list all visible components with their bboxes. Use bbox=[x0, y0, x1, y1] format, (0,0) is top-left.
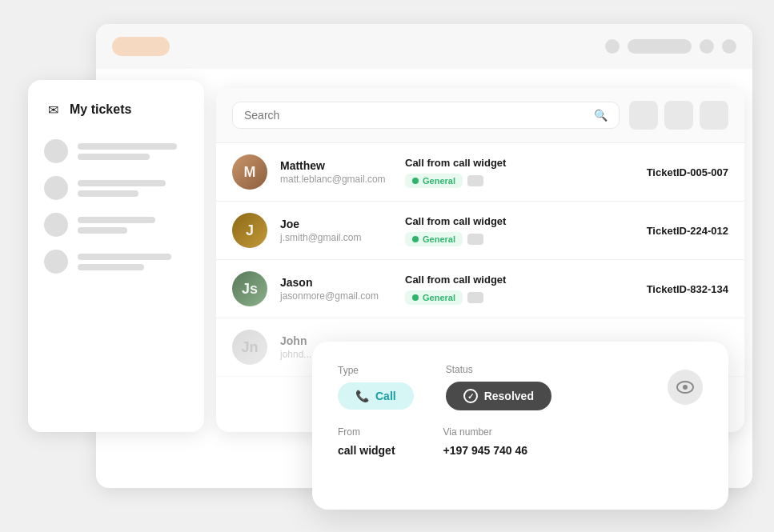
user-info-joe: Joe j.smith@gmail.com bbox=[280, 218, 392, 243]
via-value: +197 945 740 46 bbox=[443, 444, 528, 457]
sidebar-list-item-2[interactable] bbox=[44, 176, 188, 200]
tag-dot bbox=[412, 294, 419, 301]
ticket-name: Jason bbox=[280, 276, 392, 289]
avatar-matthew: M bbox=[232, 154, 267, 190]
search-input-wrap[interactable]: 🔍 bbox=[232, 102, 620, 129]
svg-point-1 bbox=[683, 385, 688, 390]
tag-extra bbox=[467, 292, 483, 303]
sidebar-card: ✉ My tickets bbox=[28, 80, 204, 432]
ticket-subject: Call from call widget bbox=[405, 215, 612, 227]
resolved-label: Resolved bbox=[484, 390, 534, 402]
tag-label: General bbox=[423, 234, 455, 244]
topbar-pill bbox=[112, 37, 170, 56]
avatar-face: Js bbox=[232, 271, 267, 306]
ticket-tags: General bbox=[405, 290, 612, 305]
tag-general: General bbox=[405, 232, 463, 246]
ticket-email: matt.leblanc@gmail.com bbox=[280, 174, 392, 185]
search-input[interactable] bbox=[244, 109, 588, 122]
ticket-id: TicketID-224-012 bbox=[624, 225, 728, 237]
sidebar-line bbox=[78, 143, 177, 150]
avatar-face: M bbox=[232, 154, 267, 190]
tag-general: General bbox=[405, 174, 463, 188]
ticket-middle-jason: Call from call widget General bbox=[405, 274, 612, 305]
ticket-middle-joe: Call from call widget General bbox=[405, 215, 612, 246]
mail-icon: ✉ bbox=[44, 102, 62, 117]
ticket-email: j.smith@gmail.com bbox=[280, 232, 392, 243]
sidebar-header: ✉ My tickets bbox=[44, 102, 188, 117]
sidebar-lines-3 bbox=[78, 217, 188, 234]
check-icon: ✓ bbox=[463, 389, 478, 403]
sidebar-lines-1 bbox=[78, 143, 188, 160]
sidebar-line bbox=[78, 154, 150, 160]
ticket-id: TicketID-005-007 bbox=[624, 166, 728, 178]
ticket-row[interactable]: Js Jason jasonmore@gmail.com Call from c… bbox=[216, 260, 744, 318]
search-btn-group bbox=[629, 101, 728, 130]
eye-icon[interactable] bbox=[668, 370, 703, 405]
detail-via-field: Via number +197 945 740 46 bbox=[443, 426, 528, 457]
ticket-email: jasonmore@gmail.com bbox=[280, 290, 392, 302]
via-label: Via number bbox=[443, 426, 528, 438]
from-value: call widget bbox=[338, 444, 395, 457]
sidebar-title: My tickets bbox=[70, 102, 131, 117]
tag-general: General bbox=[405, 290, 463, 305]
ticket-name: Joe bbox=[280, 218, 392, 230]
tag-label: General bbox=[423, 293, 455, 302]
sidebar-lines-4 bbox=[78, 254, 188, 270]
avatar-face: Jn bbox=[232, 330, 267, 365]
status-label: Status bbox=[446, 364, 551, 375]
ticket-tags: General bbox=[405, 174, 612, 188]
sidebar-line bbox=[78, 227, 127, 234]
type-label: Type bbox=[338, 365, 414, 376]
ticket-name: Matthew bbox=[280, 159, 392, 172]
filter-btn-3[interactable] bbox=[700, 101, 728, 130]
ticket-row[interactable]: J Joe j.smith@gmail.com Call from call w… bbox=[216, 202, 744, 260]
sidebar-list-item-3[interactable] bbox=[44, 213, 188, 237]
from-label: From bbox=[338, 426, 395, 438]
filter-btn-2[interactable] bbox=[664, 101, 693, 130]
ticket-subject: Call from call widget bbox=[405, 274, 612, 286]
tag-label: General bbox=[423, 176, 455, 186]
tag-dot bbox=[412, 236, 419, 242]
sidebar-line bbox=[78, 254, 171, 260]
sidebar-line bbox=[78, 180, 166, 186]
sidebar-line bbox=[78, 190, 138, 197]
detail-from-via-row: From call widget Via number +197 945 740… bbox=[338, 426, 703, 457]
ticket-id: TicketID-832-134 bbox=[624, 283, 728, 295]
detail-type-status-row: Type 📞 Call Status ✓ Resolved bbox=[338, 364, 703, 410]
avatar-joe: J bbox=[232, 213, 267, 248]
sidebar-avatar-1 bbox=[44, 139, 68, 163]
sidebar-line bbox=[78, 217, 155, 223]
avatar-face: J bbox=[232, 213, 267, 248]
avatar-john: Jn bbox=[232, 330, 267, 365]
topbar-pill-sm bbox=[628, 39, 692, 54]
tag-extra bbox=[467, 175, 483, 186]
sidebar-avatar-2 bbox=[44, 176, 68, 200]
ticket-subject: Call from call widget bbox=[405, 157, 612, 169]
sidebar-avatar-3 bbox=[44, 213, 68, 237]
sidebar-lines-2 bbox=[78, 180, 188, 197]
tag-dot bbox=[412, 178, 419, 184]
search-bar: 🔍 bbox=[216, 88, 744, 143]
user-info-matthew: Matthew matt.leblanc@gmail.com bbox=[280, 159, 392, 185]
tag-extra bbox=[467, 234, 483, 245]
detail-status-field: Status ✓ Resolved bbox=[446, 364, 551, 410]
sidebar-avatar-4 bbox=[44, 250, 68, 274]
topbar-dot-2 bbox=[700, 39, 714, 54]
call-type-button[interactable]: 📞 Call bbox=[338, 382, 414, 410]
ticket-tags: General bbox=[405, 232, 612, 246]
avatar-jason: Js bbox=[232, 271, 267, 306]
topbar-dot-1 bbox=[605, 39, 620, 54]
phone-icon: 📞 bbox=[355, 390, 369, 402]
detail-from-field: From call widget bbox=[338, 426, 395, 457]
search-icon: 🔍 bbox=[594, 109, 608, 122]
ticket-row[interactable]: M Matthew matt.leblanc@gmail.com Call fr… bbox=[216, 143, 744, 202]
resolved-status-button[interactable]: ✓ Resolved bbox=[446, 382, 551, 410]
detail-card: Type 📞 Call Status ✓ Resolved From call … bbox=[312, 342, 728, 510]
topbar-dot-3 bbox=[722, 39, 736, 54]
bg-topbar bbox=[96, 24, 752, 69]
ticket-middle-matthew: Call from call widget General bbox=[405, 157, 612, 188]
sidebar-list-item-1[interactable] bbox=[44, 139, 188, 163]
sidebar-list-item-4[interactable] bbox=[44, 250, 188, 274]
filter-btn-1[interactable] bbox=[629, 101, 658, 130]
user-info-jason: Jason jasonmore@gmail.com bbox=[280, 276, 392, 302]
